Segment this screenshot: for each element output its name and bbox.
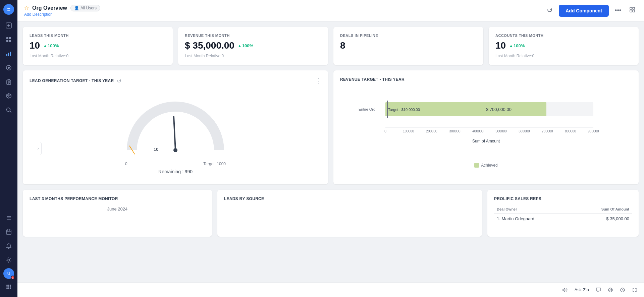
deal-owner-cell: 1. Martin Odegaard <box>494 214 572 224</box>
sidebar-calendar-icon[interactable] <box>3 226 15 238</box>
more-options-button[interactable]: ••• <box>613 5 623 16</box>
layout-button[interactable] <box>627 5 637 16</box>
bottom-row: LAST 3 MONTHS PERFORMANCE MONITOR June 2… <box>23 190 639 237</box>
svg-rect-37 <box>633 7 635 9</box>
sidebar-circle-icon[interactable] <box>3 62 15 74</box>
up-arrow-icon: ▲ <box>43 44 47 48</box>
performance-title: LAST 3 MONTHS PERFORMANCE MONITOR <box>30 196 205 201</box>
kpi-deals-value-row: 8 <box>340 40 477 51</box>
sidebar-settings-icon[interactable] <box>3 254 15 266</box>
performance-period: June 2024 <box>30 206 205 212</box>
add-component-button[interactable]: Add Component <box>559 5 609 17</box>
sidebar-add-icon[interactable] <box>3 19 15 32</box>
svg-point-30 <box>6 286 8 288</box>
topbar-title-row: ☆ Org Overview 👤 All Users <box>24 5 100 11</box>
kpi-revenue-value-row: $ 35,000.00 ▲ 100% <box>185 40 321 51</box>
kpi-deals-value: 8 <box>340 40 345 51</box>
svg-point-32 <box>10 286 11 288</box>
users-badge[interactable]: 👤 All Users <box>70 5 100 11</box>
kpi-revenue-change: ▲ 100% <box>238 43 253 48</box>
sidebar-box-icon[interactable] <box>3 90 15 102</box>
svg-rect-36 <box>630 7 632 9</box>
svg-point-34 <box>8 288 9 289</box>
clock-button[interactable] <box>620 287 625 293</box>
sidebar-grid-icon[interactable] <box>3 281 15 293</box>
sidebar-chart-icon[interactable] <box>3 48 15 60</box>
kpi-accounts-value-row: 10 ▲ 100% <box>495 40 632 51</box>
bar-chart-legend: Achieved <box>340 163 632 168</box>
sidebar-bell-icon[interactable] <box>3 240 15 252</box>
legend-achieved-dot <box>474 163 479 168</box>
leads-source-panel: LEADS BY SOURCE <box>217 190 482 237</box>
favorite-icon[interactable]: ☆ <box>24 5 29 11</box>
ask-zia-button[interactable]: Ask Zia <box>575 287 589 292</box>
revenue-bar-chart: Entire Org Target : $10,000.00 $ 700,000… <box>340 91 632 158</box>
deal-amount-cell: $ 35,000.00 <box>572 214 632 224</box>
gauge-container: 10 0 Target: 1000 Remaining : 990 <box>30 90 321 178</box>
kpi-revenue-change-value: 100% <box>242 43 253 48</box>
zia-icon-button[interactable] <box>608 287 613 293</box>
revenue-target-title: REVENUE TARGET - THIS YEAR <box>340 77 405 82</box>
svg-point-41 <box>173 148 177 152</box>
lead-target-refresh-icon[interactable] <box>117 78 121 84</box>
kpi-revenue-sub: Last Month Relative:0 <box>185 54 321 58</box>
svg-text:700000: 700000 <box>542 129 553 133</box>
kpi-accounts-value: 10 <box>495 40 506 51</box>
revenue-target-panel: REVENUE TARGET - THIS YEAR Entire Org <box>333 70 639 184</box>
sidebar-list-icon[interactable] <box>3 212 15 224</box>
svg-line-40 <box>174 117 175 150</box>
kpi-revenue-value: $ 35,000.00 <box>185 40 234 51</box>
svg-rect-5 <box>9 37 11 39</box>
bar-chart-container: Entire Org Target : $10,000.00 $ 700,000… <box>340 87 632 171</box>
kpi-leads-value-row: 10 ▲ 100% <box>30 40 166 51</box>
svg-text:Target : $10,000.00: Target : $10,000.00 <box>388 108 420 112</box>
lead-target-panel: LEAD GENERATION TARGET - THIS YEAR ⋮ <box>23 70 328 184</box>
sidebar-search-icon[interactable] <box>3 104 15 116</box>
dashboard: LEADS THIS MONTH 10 ▲ 100% Last Month Re… <box>17 21 644 282</box>
prolific-reps-title: PROLIFIC SALES REPS <box>494 196 632 201</box>
svg-text:100000: 100000 <box>403 129 414 133</box>
avatar-initials: U <box>7 271 10 276</box>
users-icon: 👤 <box>74 6 79 10</box>
feedback-button[interactable] <box>596 287 601 293</box>
add-description-link[interactable]: Add Description <box>24 12 100 17</box>
svg-text:Entire Org: Entire Org <box>359 107 375 111</box>
kpi-leads-sub: Last Month Relative:0 <box>30 54 166 58</box>
svg-text:300000: 300000 <box>449 129 461 133</box>
kpi-row: LEADS THIS MONTH 10 ▲ 100% Last Month Re… <box>23 27 639 65</box>
lead-target-title: LEAD GENERATION TARGET - THIS YEAR <box>30 78 121 84</box>
svg-point-31 <box>8 286 9 288</box>
refresh-button[interactable] <box>545 5 555 16</box>
sidebar-collapse-button[interactable]: › <box>35 142 42 155</box>
kpi-accounts: ACCOUNTS THIS MONTH 10 ▲ 100% Last Month… <box>489 27 639 65</box>
speaker-button[interactable] <box>562 287 568 293</box>
lead-target-header: LEAD GENERATION TARGET - THIS YEAR ⋮ <box>30 77 321 84</box>
sidebar: U 1 <box>0 0 17 297</box>
svg-text:10: 10 <box>154 147 158 152</box>
svg-rect-7 <box>9 40 11 42</box>
leads-source-title: LEADS BY SOURCE <box>224 196 475 201</box>
svg-rect-9 <box>8 53 9 56</box>
app-logo <box>3 4 14 15</box>
svg-point-17 <box>7 108 10 112</box>
kpi-accounts-change: ▲ 100% <box>509 43 525 48</box>
svg-rect-22 <box>6 230 11 234</box>
expand-button[interactable] <box>632 287 637 293</box>
main-content: ☆ Org Overview 👤 All Users Add Descripti… <box>17 0 644 297</box>
svg-point-12 <box>8 67 10 69</box>
svg-text:600000: 600000 <box>519 129 530 133</box>
col-owner-header: Deal Owner <box>494 205 572 214</box>
kpi-accounts-label: ACCOUNTS THIS MONTH <box>495 34 632 38</box>
svg-rect-38 <box>630 10 632 12</box>
revenue-target-header: REVENUE TARGET - THIS YEAR <box>340 77 632 82</box>
bottom-toolbar: Ask Zia <box>17 282 644 297</box>
lead-target-menu-button[interactable]: ⋮ <box>315 77 321 84</box>
svg-point-0 <box>5 6 12 13</box>
svg-point-33 <box>6 288 8 289</box>
user-avatar[interactable]: U 1 <box>3 268 14 279</box>
sidebar-clipboard-icon[interactable] <box>3 76 15 88</box>
kpi-accounts-sub: Last Month Relative:0 <box>495 54 632 58</box>
sidebar-home-icon[interactable] <box>3 34 15 46</box>
svg-rect-39 <box>633 10 635 12</box>
kpi-deals: DEALS IN PIPELINE 8 <box>333 27 483 65</box>
